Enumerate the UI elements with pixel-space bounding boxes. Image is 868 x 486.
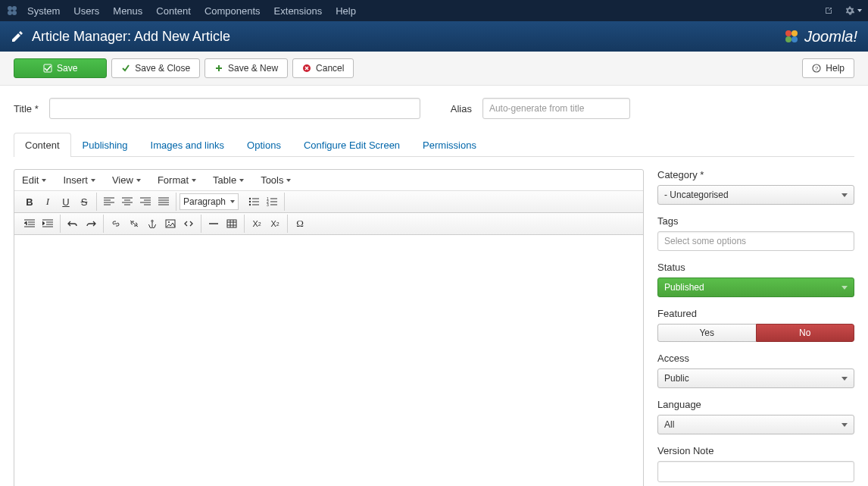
save-new-button[interactable]: Save & New (205, 58, 288, 78)
svg-point-4 (785, 30, 792, 36)
image-button[interactable] (161, 215, 180, 232)
tab-content[interactable]: Content (14, 133, 71, 157)
svg-rect-21 (227, 220, 236, 227)
category-label: Category * (657, 169, 854, 180)
alias-label: Alias (451, 103, 472, 114)
category-select[interactable]: - Uncategorised (657, 185, 854, 205)
editor-menu-tools[interactable]: Tools (261, 174, 291, 186)
featured-no-button[interactable]: No (756, 324, 855, 342)
rich-text-editor: Edit Insert View Format Table Tools B I … (14, 169, 644, 486)
svg-point-12 (249, 198, 251, 199)
cancel-icon (302, 64, 311, 73)
joomla-brand: Joomla! (783, 28, 857, 45)
editor-content-area[interactable] (14, 235, 643, 486)
featured-toggle: Yes No (657, 324, 854, 342)
topnav-help[interactable]: Help (336, 5, 356, 17)
cancel-button[interactable]: Cancel (292, 58, 354, 78)
topnav-users[interactable]: Users (73, 5, 99, 17)
unlink-button[interactable] (125, 215, 143, 232)
tags-label: Tags (657, 215, 854, 227)
apply-icon (43, 64, 52, 73)
check-icon (121, 64, 130, 73)
source-code-button[interactable] (180, 215, 198, 232)
svg-point-3 (12, 11, 17, 15)
redo-button[interactable] (82, 215, 100, 232)
svg-point-5 (792, 30, 798, 36)
bullet-list-button[interactable] (245, 193, 263, 210)
tab-permissions[interactable]: Permissions (411, 133, 488, 157)
pencil-icon (11, 30, 24, 43)
italic-button[interactable]: I (39, 193, 57, 210)
access-label: Access (657, 353, 854, 364)
table-button[interactable] (223, 215, 241, 232)
article-tabs: Content Publishing Images and links Opti… (14, 133, 854, 157)
number-list-button[interactable]: 123 (263, 193, 281, 210)
language-select[interactable]: All (657, 415, 854, 434)
language-label: Language (657, 399, 854, 410)
tab-publishing[interactable]: Publishing (71, 133, 139, 157)
subscript-button[interactable]: X2 (248, 215, 266, 232)
tab-images-links[interactable]: Images and links (139, 133, 236, 157)
page-header: Article Manager: Add New Article Joomla! (0, 21, 868, 52)
format-select[interactable]: Paragraph (180, 193, 239, 210)
svg-point-2 (8, 11, 12, 15)
alias-input[interactable] (482, 98, 630, 119)
align-right-button[interactable] (136, 193, 155, 210)
save-button[interactable]: Save (14, 58, 107, 78)
svg-point-7 (792, 36, 798, 42)
special-char-button[interactable]: Ω (291, 215, 309, 232)
svg-point-1 (12, 6, 17, 11)
svg-point-0 (8, 6, 12, 11)
bold-button[interactable]: B (20, 193, 39, 210)
editor-toolbar-row1: B I U S Paragraph 123 (14, 191, 643, 213)
superscript-button[interactable]: X2 (266, 215, 284, 232)
plus-icon (214, 64, 223, 73)
featured-yes-button[interactable]: Yes (657, 324, 756, 342)
editor-menu-format[interactable]: Format (158, 174, 196, 186)
save-close-button[interactable]: Save & Close (111, 58, 200, 78)
indent-button[interactable] (39, 215, 57, 232)
tab-options[interactable]: Options (236, 133, 292, 157)
outdent-button[interactable] (20, 215, 39, 232)
align-left-button[interactable] (100, 193, 118, 210)
article-sidebar: Category * - Uncategorised Tags Select s… (657, 169, 854, 486)
editor-menu-edit[interactable]: Edit (22, 174, 46, 186)
title-input[interactable] (49, 98, 420, 119)
editor-menu-view[interactable]: View (112, 174, 141, 186)
editor-menu-table[interactable]: Table (213, 174, 244, 186)
svg-text:?: ? (815, 65, 819, 72)
tab-configure-edit[interactable]: Configure Edit Screen (292, 133, 411, 157)
settings-menu[interactable] (845, 5, 862, 16)
admin-top-nav: System Users Menus Content Components Ex… (0, 0, 868, 21)
title-label: Title * (14, 103, 39, 114)
strikethrough-button[interactable]: S (75, 193, 93, 210)
version-note-input[interactable] (657, 461, 854, 482)
gear-icon (845, 5, 855, 16)
topnav-content[interactable]: Content (156, 5, 191, 17)
svg-text:3: 3 (267, 202, 269, 206)
version-note-label: Version Note (657, 445, 854, 456)
svg-point-20 (168, 221, 170, 223)
underline-button[interactable]: U (57, 193, 75, 210)
topnav-extensions[interactable]: Extensions (274, 5, 323, 17)
topnav-system[interactable]: System (27, 5, 60, 17)
status-select[interactable]: Published (657, 277, 854, 297)
help-icon: ? (812, 64, 821, 73)
tags-input[interactable]: Select some options (657, 231, 854, 251)
topnav-menus[interactable]: Menus (113, 5, 142, 17)
editor-menu-insert[interactable]: Insert (63, 174, 95, 186)
external-link-icon[interactable] (823, 5, 834, 16)
action-toolbar: Save Save & Close Save & New Cancel ? He… (0, 52, 868, 86)
editor-menubar: Edit Insert View Format Table Tools (14, 170, 643, 191)
help-button[interactable]: ? Help (802, 58, 854, 78)
align-justify-button[interactable] (155, 193, 173, 210)
page-title: Article Manager: Add New Article (32, 29, 230, 45)
anchor-button[interactable] (143, 215, 161, 232)
topnav-components[interactable]: Components (205, 5, 261, 17)
editor-toolbar-row2: X2 X2 Ω (14, 213, 643, 235)
undo-button[interactable] (64, 215, 82, 232)
access-select[interactable]: Public (657, 368, 854, 388)
link-button[interactable] (107, 215, 125, 232)
hr-button[interactable] (205, 215, 223, 232)
align-center-button[interactable] (118, 193, 136, 210)
